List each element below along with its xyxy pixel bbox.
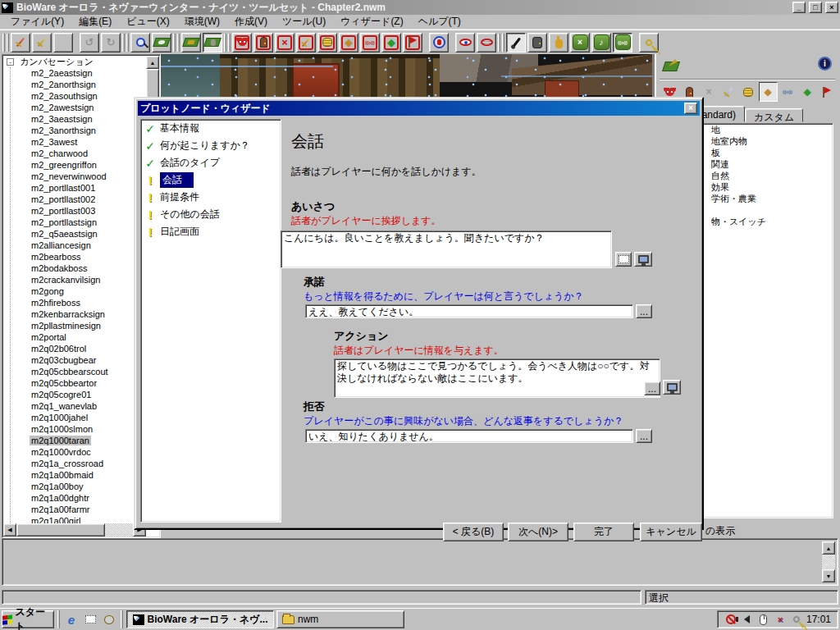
tree-item[interactable]: m2gong: [3, 285, 146, 297]
tree-item[interactable]: m2_portllast002: [3, 194, 146, 205]
tree-item[interactable]: m2_greengriffon: [3, 159, 146, 171]
tree-item[interactable]: m2_3aeastsign: [3, 113, 146, 125]
menu-item[interactable]: 作成(V): [227, 13, 275, 30]
tree-item[interactable]: m2q02b06trol: [3, 343, 146, 354]
tree-item[interactable]: m2q05cogre01: [3, 389, 146, 400]
paint-door-icon[interactable]: [253, 33, 273, 52]
toolbar-gripper[interactable]: [224, 34, 226, 52]
volume-icon[interactable]: [741, 613, 754, 626]
toolbar-gripper[interactable]: [126, 34, 129, 52]
tree-item[interactable]: m2bearboss: [3, 251, 146, 262]
redo-icon[interactable]: ↻: [101, 33, 121, 52]
taskbar-gripper[interactable]: [57, 610, 60, 628]
finish-button[interactable]: 完了: [573, 523, 634, 541]
sound-palette-icon[interactable]: ((o)): [778, 82, 797, 102]
tool-icon[interactable]: [790, 613, 803, 626]
tree-item[interactable]: m2kenbarracksign: [3, 308, 146, 320]
wizard-step[interactable]: ✓ 何が起こりますか？: [141, 137, 281, 154]
wizard-step[interactable]: ! 日記画面: [141, 223, 281, 240]
action-field[interactable]: 探している物はここで見つかるでしょう。会うべき人物は○○です。対決しなければなら…: [334, 358, 660, 398]
tree-item[interactable]: m2_portllast003: [3, 205, 146, 217]
paint-treasure-icon[interactable]: [317, 33, 337, 52]
taskbar-gripper[interactable]: [121, 610, 123, 628]
view-eye-icon[interactable]: [152, 33, 171, 52]
tree-item[interactable]: m2_q5aeastsign: [3, 228, 146, 240]
tree-item[interactable]: m2q1_wanevlab: [3, 400, 146, 412]
placeable-palette-icon[interactable]: ◆: [759, 82, 778, 102]
menu-item[interactable]: ツール(U): [275, 13, 333, 30]
media-player-icon[interactable]: [101, 611, 117, 628]
tree-item[interactable]: m2q1000taran: [3, 435, 146, 446]
paint-encounter-icon[interactable]: ×: [275, 33, 294, 52]
terrain-feature-icon[interactable]: [203, 33, 222, 52]
tree-item[interactable]: m2_3anorthsign: [3, 125, 146, 136]
tree-item[interactable]: m2portal: [3, 331, 146, 343]
tab-custom[interactable]: カスタム: [745, 108, 803, 122]
terrain-paint-icon[interactable]: [181, 33, 201, 52]
paint-sound-icon[interactable]: ((o)): [360, 33, 380, 52]
tree-item[interactable]: m2q1a00bmaid: [3, 469, 146, 481]
zoom-tool-icon[interactable]: [130, 33, 150, 52]
tree-item[interactable]: m2_portllastsign: [3, 217, 146, 228]
encounter-toggle-icon[interactable]: ×: [570, 33, 590, 52]
tree-item[interactable]: m2q1a_crossroad: [3, 458, 146, 469]
tree-item[interactable]: m2q1000slmon: [3, 423, 146, 435]
treasure-palette-icon[interactable]: [739, 82, 758, 102]
show-desktop-icon[interactable]: [82, 611, 98, 628]
toolbar-gripper[interactable]: [7, 34, 9, 52]
paintbrush-icon[interactable]: [506, 33, 526, 52]
tree-item[interactable]: m2alliancesign: [3, 240, 146, 251]
sound-toggle-icon[interactable]: ((o)): [613, 33, 632, 52]
menu-item[interactable]: ファイル(Y): [3, 13, 71, 30]
tree-item[interactable]: m2q1a00farmr: [3, 504, 146, 515]
paint-placeable-icon[interactable]: ◆: [339, 33, 358, 52]
paint-creature-icon[interactable]: [232, 33, 252, 52]
close-button[interactable]: ×: [825, 2, 838, 13]
scroll-down-icon[interactable]: ▼: [822, 569, 835, 582]
wizard-step[interactable]: ! 前提条件: [141, 189, 281, 206]
tree-item[interactable]: m2_3awest: [3, 136, 146, 148]
tree-item[interactable]: m2q05cbbeartor: [3, 377, 146, 389]
wizard-step[interactable]: ! 会話: [141, 171, 281, 189]
paint-store-icon[interactable]: ◆: [381, 33, 401, 52]
menu-item[interactable]: 環境(W): [177, 13, 227, 30]
tree-item[interactable]: m2q1a00dghtr: [3, 492, 146, 504]
preview-monitor-button[interactable]: [634, 252, 652, 267]
next-button[interactable]: 次へ(N)>: [508, 523, 568, 541]
refuse-field[interactable]: いえ、知りたくありません。: [305, 429, 633, 443]
wizard-step[interactable]: ✓ 会話のタイプ: [141, 154, 281, 171]
tree-item[interactable]: m2crackanvilsign: [3, 274, 146, 285]
action-monitor-button[interactable]: [663, 380, 681, 395]
tree-item[interactable]: m2_portllast001: [3, 182, 146, 194]
tree-item[interactable]: m2q1000vrdoc: [3, 446, 146, 458]
music-toggle-icon[interactable]: ♪: [591, 33, 611, 52]
key-icon[interactable]: [639, 33, 659, 52]
paint-terrain-icon[interactable]: [662, 57, 681, 76]
greeting-field[interactable]: こんにちは。良いことを教えましょう。聞きたいですか？: [281, 231, 612, 268]
tree-item[interactable]: m2q1a00girl: [3, 515, 146, 523]
tree-item[interactable]: m2q1000jahel: [3, 412, 146, 423]
task-button-nwm[interactable]: nwm: [276, 610, 404, 628]
eye-closed-icon[interactable]: [477, 33, 496, 52]
store-palette-icon[interactable]: ◆: [798, 82, 817, 102]
scroll-thumb[interactable]: [16, 523, 105, 536]
minimize-button[interactable]: _: [792, 2, 806, 13]
item-palette-icon[interactable]: [719, 82, 738, 102]
store-view-icon[interactable]: [429, 33, 449, 52]
tree-item[interactable]: m2_2awestsign: [3, 102, 146, 113]
waypoint-palette-icon[interactable]: [818, 82, 837, 102]
task-button-toolset[interactable]: BioWare オーロラ・ネヴ...: [126, 610, 274, 628]
wizard-step[interactable]: ✓ 基本情報: [141, 120, 281, 137]
maximize-button[interactable]: □: [809, 2, 822, 13]
toolbar-gripper[interactable]: [228, 34, 231, 52]
paint-item-icon[interactable]: [296, 33, 316, 52]
tree-item[interactable]: m2q03cbugbear: [3, 354, 146, 366]
mouse-settings-icon[interactable]: [757, 613, 770, 626]
edit-module-icon[interactable]: [11, 33, 30, 52]
tree-item[interactable]: m2bodakboss: [3, 262, 146, 274]
tree-item[interactable]: m2_charwood: [3, 148, 146, 159]
potion-icon[interactable]: [549, 33, 568, 52]
scroll-up-icon[interactable]: ▲: [822, 541, 835, 555]
tree-item[interactable]: m2_2asouthsign: [3, 90, 146, 102]
output-scrollbar[interactable]: ▲ ▼: [822, 541, 835, 582]
